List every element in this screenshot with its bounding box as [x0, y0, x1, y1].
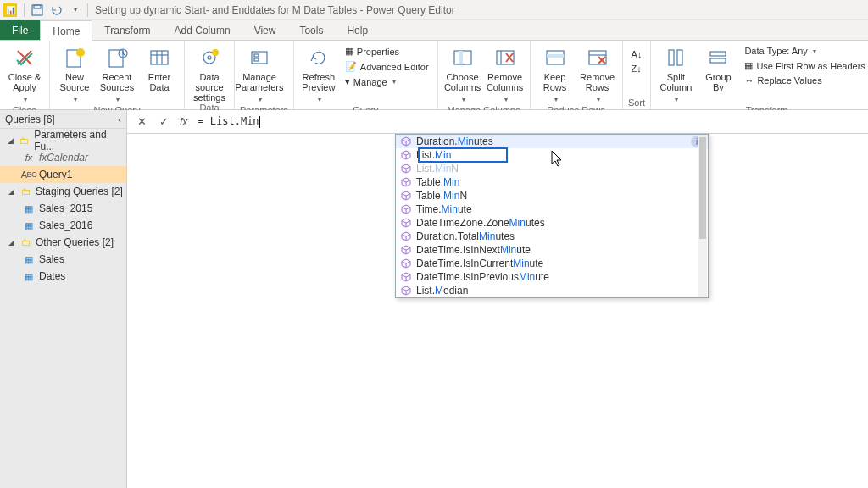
svg-rect-27 — [710, 58, 726, 63]
function-icon — [401, 136, 411, 147]
intellisense-item[interactable]: List.Median — [396, 284, 708, 297]
sort-desc-button[interactable]: Z↓ — [628, 62, 646, 75]
intellisense-item[interactable]: DateTimeZone.ZoneMinutes — [396, 216, 708, 230]
main-area: ✕ ✓ fx = List.Min Duration.MinutesiList.… — [127, 110, 868, 488]
group-sort: A↓ Z↓ Sort — [623, 41, 652, 109]
tab-transform[interactable]: Transform — [92, 20, 162, 40]
gear-icon — [198, 46, 221, 69]
sidebar-query-item[interactable]: ABCQuery1 — [0, 166, 126, 183]
commit-formula-button[interactable]: ✓ — [154, 113, 173, 131]
queries-pane-header[interactable]: Queries [6] ‹ — [0, 110, 126, 129]
svg-point-11 — [208, 56, 211, 59]
queries-pane: Queries [6] ‹ ◢🗀Parameters and Fu...fxfx… — [0, 110, 127, 488]
scrollbar-thumb[interactable] — [699, 137, 706, 239]
sidebar-query-item[interactable]: ▦Dates — [0, 268, 126, 285]
first-row-headers-button[interactable]: ▦Use First Row as Headers — [741, 58, 868, 73]
new-source-button[interactable]: New Source — [55, 42, 94, 105]
choose-columns-button[interactable]: Choose Columns — [443, 42, 482, 105]
intellisense-item[interactable]: Duration.Minutesi — [396, 135, 708, 148]
properties-button[interactable]: ▦Properties — [342, 44, 432, 58]
close-apply-button[interactable]: Close & Apply — [5, 42, 44, 105]
choose-columns-icon — [451, 46, 475, 69]
formula-input[interactable]: = List.Min — [194, 113, 863, 130]
svg-rect-25 — [677, 50, 682, 65]
save-icon[interactable] — [28, 2, 47, 19]
tab-help[interactable]: Help — [335, 20, 380, 40]
intellisense-item[interactable]: Duration.TotalMinutes — [396, 230, 708, 243]
tab-home[interactable]: Home — [40, 20, 92, 41]
new-source-icon — [63, 46, 86, 69]
manage-parameters-button[interactable]: Manage Parameters — [240, 42, 279, 105]
function-icon — [401, 272, 411, 282]
group-new-query: New Source Recent Sources Enter Data New… — [50, 41, 185, 109]
refresh-preview-button[interactable]: Refresh Preview — [299, 42, 338, 105]
function-icon — [401, 204, 411, 214]
qat-dropdown[interactable] — [65, 2, 84, 19]
app-icon: 📊 — [3, 3, 17, 17]
keep-rows-button[interactable]: Keep Rows — [536, 42, 575, 105]
intellisense-popup[interactable]: Duration.MinutesiList.MinList.MinNTable.… — [395, 134, 709, 298]
text-caret — [259, 116, 260, 128]
remove-columns-icon — [493, 46, 517, 69]
cancel-formula-button[interactable]: ✕ — [132, 113, 151, 131]
intellisense-item[interactable]: DateTime.IsInCurrentMinute — [396, 257, 708, 270]
formula-bar: ✕ ✓ fx = List.Min — [127, 110, 868, 134]
sort-asc-button[interactable]: A↓ — [628, 47, 646, 61]
headers-icon: ▦ — [744, 60, 753, 71]
manage-icon: ▾ — [345, 76, 350, 87]
advanced-editor-button[interactable]: 📝Advanced Editor — [342, 59, 432, 74]
function-icon — [401, 218, 411, 228]
undo-icon[interactable] — [47, 2, 65, 19]
data-type-button[interactable]: Data Type: Any — [741, 44, 868, 58]
tab-file[interactable]: File — [0, 20, 40, 40]
split-column-button[interactable]: Split Column — [656, 42, 695, 105]
sidebar-query-item[interactable]: ▦Sales_2016 — [0, 217, 126, 234]
refresh-icon — [307, 46, 331, 69]
svg-rect-17 — [459, 51, 463, 64]
function-icon — [401, 191, 411, 201]
sidebar-query-item[interactable]: ▦Sales — [0, 251, 126, 268]
properties-icon: ▦ — [345, 46, 353, 57]
abc-icon: ABC — [22, 169, 36, 180]
queries-tree: ◢🗀Parameters and Fu...fxfxCalendarABCQue… — [0, 129, 126, 488]
svg-point-12 — [212, 49, 219, 56]
intellisense-item[interactable]: Table.MinN — [396, 189, 708, 202]
table-icon: ▦ — [22, 202, 36, 214]
svg-rect-4 — [109, 50, 123, 67]
intellisense-item[interactable]: DateTime.IsInPreviousMinute — [396, 270, 708, 284]
replace-values-button[interactable]: ↔Replace Values — [741, 74, 868, 87]
tab-add-column[interactable]: Add Column — [163, 20, 242, 40]
keep-rows-icon — [543, 46, 567, 69]
intellisense-item[interactable]: List.Min — [396, 148, 708, 162]
data-source-settings-button[interactable]: Data source settings — [190, 42, 229, 103]
intellisense-item[interactable]: Table.Min — [396, 175, 708, 189]
svg-point-3 — [76, 48, 85, 57]
intellisense-item[interactable]: Time.Minute — [396, 202, 708, 216]
tab-view[interactable]: View — [242, 20, 288, 40]
sidebar-folder[interactable]: ◢🗀Parameters and Fu... — [0, 132, 126, 149]
sidebar-folder[interactable]: ◢🗀Staging Queries [2] — [0, 183, 126, 200]
remove-rows-icon — [586, 46, 609, 69]
remove-columns-button[interactable]: Remove Columns — [486, 42, 525, 105]
fx-icon: fx — [22, 152, 36, 164]
recent-sources-button[interactable]: Recent Sources — [97, 42, 136, 105]
collapse-pane-icon[interactable]: ‹ — [118, 114, 121, 125]
intellisense-item[interactable]: List.MinN — [396, 162, 708, 175]
manage-query-button[interactable]: ▾Manage — [342, 75, 432, 89]
sidebar-folder[interactable]: ◢🗀Other Queries [2] — [0, 234, 126, 251]
ribbon: Close & Apply Close New Source Recent So… — [0, 41, 868, 110]
sidebar-query-item[interactable]: ▦Sales_2015 — [0, 200, 126, 217]
enter-data-button[interactable]: Enter Data — [140, 42, 179, 92]
sort-asc-icon: A↓ — [632, 49, 643, 59]
remove-rows-button[interactable]: Remove Rows — [578, 42, 617, 105]
intellisense-item[interactable]: DateTime.IsInNextMinute — [396, 243, 708, 257]
sort-desc-icon: Z↓ — [632, 64, 642, 74]
group-by-button[interactable]: Group By — [698, 42, 737, 92]
replace-icon: ↔ — [744, 75, 754, 86]
svg-rect-14 — [254, 54, 259, 57]
intellisense-scrollbar[interactable] — [698, 136, 707, 297]
group-by-icon — [706, 46, 730, 69]
tab-tools[interactable]: Tools — [287, 20, 335, 40]
table-icon: ▦ — [22, 253, 36, 265]
function-icon — [401, 150, 411, 160]
